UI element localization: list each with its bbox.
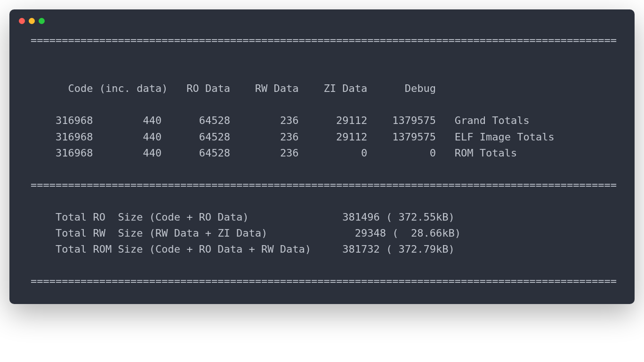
total-label: Total RO Size (Code + RO Data) — [56, 211, 249, 223]
header-code: Code (inc. data) — [68, 82, 168, 94]
window-titlebar — [9, 9, 635, 28]
total-label: Total ROM Size (Code + RO Data + RW Data… — [56, 243, 311, 255]
table-header-row: Code (inc. data) RO Data RW Data ZI Data… — [31, 82, 455, 94]
total-line: Total ROM Size (Code + RO Data + RW Data… — [31, 243, 455, 255]
header-ro: RO Data — [186, 82, 230, 94]
divider: ========================================… — [31, 34, 617, 46]
minimize-icon[interactable] — [29, 18, 35, 24]
total-pretty: ( 372.79kB) — [386, 243, 455, 255]
row-label: ROM Totals — [455, 147, 517, 159]
header-zi: ZI Data — [324, 82, 368, 94]
divider: ========================================… — [31, 179, 617, 191]
total-bytes: 381732 — [342, 243, 379, 255]
close-icon[interactable] — [19, 18, 25, 24]
table-row: 316968 440 64528 236 0 0 ROM Totals — [31, 147, 517, 159]
table-row: 316968 440 64528 236 29112 1379575 Grand… — [31, 115, 530, 126]
terminal-window: ========================================… — [9, 9, 635, 304]
total-bytes: 381496 — [342, 211, 379, 223]
header-debug: Debug — [405, 82, 436, 94]
table-row: 316968 440 64528 236 29112 1379575 ELF I… — [31, 131, 555, 143]
header-rw: RW Data — [255, 82, 299, 94]
total-label: Total RW Size (RW Data + ZI Data) — [56, 227, 267, 239]
total-pretty: ( 372.55kB) — [386, 211, 455, 223]
total-pretty: ( 28.66kB) — [392, 227, 461, 239]
maximize-icon[interactable] — [39, 18, 45, 24]
divider: ========================================… — [31, 275, 617, 287]
total-bytes: 29348 — [355, 227, 386, 239]
row-label: Grand Totals — [455, 115, 530, 126]
total-line: Total RO Size (Code + RO Data) 381496 ( … — [31, 211, 455, 223]
row-label: ELF Image Totals — [455, 131, 555, 143]
total-line: Total RW Size (RW Data + ZI Data) 29348 … — [31, 227, 461, 239]
terminal-content: ========================================… — [9, 28, 635, 290]
